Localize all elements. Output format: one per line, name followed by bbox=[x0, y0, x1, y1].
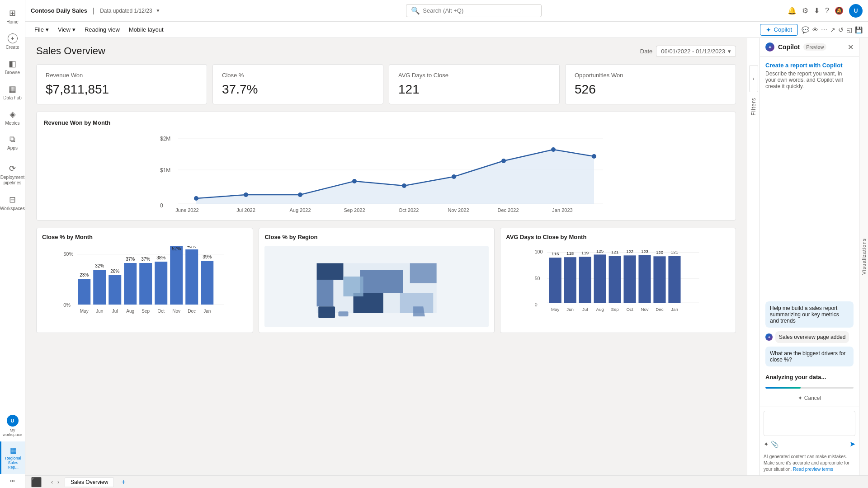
nav-item-deployment[interactable]: ⟳ Deploymentpipelines bbox=[0, 159, 25, 190]
view-menu[interactable]: View ▾ bbox=[54, 24, 79, 35]
svg-text:125: 125 bbox=[596, 249, 604, 253]
kpi-row: Revenue Won $7,811,851 Close % 37.7% AVG… bbox=[36, 64, 736, 104]
reading-view-btn[interactable]: Reading view bbox=[81, 24, 123, 35]
svg-rect-42 bbox=[155, 262, 167, 305]
svg-text:Dec: Dec bbox=[656, 307, 664, 312]
copilot-input-field[interactable] bbox=[764, 411, 855, 436]
svg-text:Jun: Jun bbox=[96, 309, 103, 314]
help-icon[interactable]: ? bbox=[825, 7, 829, 15]
copilot-user-msg-1: Help me build a sales report summarizing… bbox=[765, 301, 854, 328]
nav-item-apps[interactable]: ⧉ Apps bbox=[0, 130, 25, 155]
svg-text:119: 119 bbox=[581, 250, 589, 255]
alerts-icon[interactable]: 🔕 bbox=[835, 6, 844, 15]
next-page-btn[interactable]: › bbox=[56, 478, 61, 486]
copilot-messages: Help me build a sales report summarizing… bbox=[765, 301, 854, 401]
svg-text:May: May bbox=[551, 307, 559, 312]
nav-item-create[interactable]: + Create bbox=[0, 29, 25, 54]
copilot-read-terms-link[interactable]: Read preview terms bbox=[793, 467, 833, 472]
data-updated: Data updated 1/12/23 bbox=[100, 8, 152, 14]
filters-collapse-btn[interactable]: ‹ bbox=[749, 65, 758, 92]
app-title: Contoso Daily Sales bbox=[31, 7, 87, 14]
svg-text:122: 122 bbox=[626, 249, 633, 254]
prev-page-btn[interactable]: ‹ bbox=[49, 478, 55, 486]
nav-item-workspaces[interactable]: ⊟ Workspaces bbox=[0, 190, 25, 216]
copilot-send-btn[interactable]: ➤ bbox=[849, 440, 855, 448]
nav-item-more[interactable]: ••• bbox=[0, 474, 25, 488]
status-tab-sales[interactable]: Sales Overview bbox=[65, 477, 114, 487]
copilot-bot-text-1: Sales overview page added bbox=[775, 331, 849, 343]
avg-days-chart-area: 100 50 0 116 May bbox=[506, 246, 730, 318]
content-row: Sales Overview Date 06/01/2022 - 01/12/2… bbox=[25, 38, 868, 475]
add-tab-btn[interactable]: + bbox=[118, 477, 129, 488]
share-icon[interactable]: ↗ bbox=[830, 26, 835, 33]
revenue-chart-card: Revenue Won by Month $2M $1M 0 bbox=[36, 112, 736, 221]
copilot-attach-icon[interactable]: 📎 bbox=[771, 441, 778, 448]
file-menu[interactable]: File ▾ bbox=[31, 24, 52, 35]
date-value[interactable]: 06/01/2022 - 01/12/2023 ▾ bbox=[656, 46, 736, 57]
copilot-create-label[interactable]: Create a report with Copilot bbox=[765, 62, 854, 69]
subscribe-icon[interactable]: 👁 bbox=[812, 26, 818, 33]
viz-bar[interactable]: Visualizations bbox=[859, 38, 868, 475]
search-bar[interactable]: 🔍 bbox=[406, 4, 542, 17]
copilot-button[interactable]: ✦ Copilot bbox=[760, 24, 798, 36]
copilot-input-row: ✦ 📎 ➤ bbox=[764, 440, 855, 448]
nav-item-browse[interactable]: ◧ Browse bbox=[0, 54, 25, 80]
chevron-down-icon: ▾ bbox=[46, 26, 49, 33]
nav-item-metrics[interactable]: ◈ Metrics bbox=[0, 105, 25, 130]
chevron-down-icon[interactable]: ▼ bbox=[156, 8, 160, 13]
kpi-card-close-pct: Close % 37.7% bbox=[212, 64, 383, 104]
browse-icon: ◧ bbox=[9, 59, 16, 69]
powerbi-logo: ⬛ bbox=[31, 477, 42, 488]
svg-text:Nov: Nov bbox=[641, 307, 649, 312]
more-options-icon[interactable]: ⋯ bbox=[821, 26, 827, 33]
line-chart-container: $2M $1M 0 bbox=[44, 131, 728, 213]
nav-bottom: U My workspace ▦ RegionalSales Rep... ••… bbox=[0, 410, 25, 488]
us-map bbox=[264, 246, 489, 327]
svg-text:116: 116 bbox=[552, 251, 559, 256]
svg-text:Jan: Jan bbox=[671, 307, 678, 312]
svg-text:Jul 2022: Jul 2022 bbox=[236, 207, 255, 213]
comment-icon[interactable]: 💬 bbox=[802, 26, 809, 33]
copilot-analyzing-label: Analyzing your data... bbox=[765, 374, 854, 380]
visualizations-label: Visualizations bbox=[861, 238, 867, 275]
title-separator: | bbox=[93, 7, 94, 15]
search-input[interactable] bbox=[423, 7, 522, 14]
nav-item-home[interactable]: ⊞ Home bbox=[0, 4, 25, 29]
svg-text:49%: 49% bbox=[187, 246, 196, 249]
revenue-chart-title: Revenue Won by Month bbox=[44, 119, 728, 126]
notification-icon[interactable]: 🔔 bbox=[788, 6, 797, 15]
regional-icon: ▦ bbox=[10, 446, 17, 455]
refresh-icon[interactable]: ↺ bbox=[838, 26, 844, 33]
svg-text:50%: 50% bbox=[63, 251, 73, 257]
svg-text:Jan 2023: Jan 2023 bbox=[552, 207, 572, 213]
copilot-cancel-icon: ✦ bbox=[798, 395, 802, 401]
status-nav: ‹ › bbox=[49, 478, 61, 486]
copilot-logo: ✦ bbox=[765, 42, 774, 52]
copilot-spark-icon[interactable]: ✦ bbox=[764, 441, 769, 448]
svg-text:0: 0 bbox=[535, 302, 538, 307]
nav-item-regional[interactable]: ▦ RegionalSales Rep... bbox=[0, 441, 25, 474]
svg-text:Sep: Sep bbox=[142, 309, 150, 314]
home-icon: ⊞ bbox=[9, 8, 16, 18]
copilot-close-btn[interactable]: ✕ bbox=[848, 43, 854, 52]
copilot-cancel-btn[interactable]: ✦ Cancel bbox=[765, 395, 854, 401]
download-icon[interactable]: ⬇ bbox=[814, 6, 820, 15]
settings-icon[interactable]: ⚙ bbox=[802, 6, 808, 15]
close-pct-month-title: Close % by Month bbox=[42, 234, 247, 240]
mobile-layout-btn[interactable]: Mobile layout bbox=[125, 24, 167, 35]
svg-rect-71 bbox=[594, 254, 606, 303]
kpi-label-revenue: Revenue Won bbox=[46, 72, 198, 79]
format-icon[interactable]: ◱ bbox=[846, 26, 852, 33]
metrics-icon: ◈ bbox=[9, 109, 16, 119]
nav-item-datahub[interactable]: ▦ Data hub bbox=[0, 80, 25, 105]
kpi-card-revenue: Revenue Won $7,811,851 bbox=[36, 64, 207, 104]
user-avatar-top[interactable]: U bbox=[849, 4, 863, 18]
save-icon[interactable]: 💾 bbox=[855, 26, 863, 33]
svg-rect-39 bbox=[139, 263, 152, 305]
nav-item-myworkspace[interactable]: U My workspace bbox=[0, 410, 25, 441]
workspaces-icon: ⊟ bbox=[9, 195, 16, 205]
kpi-card-opportunities: Opportunities Won 526 bbox=[565, 64, 736, 104]
svg-text:Sep: Sep bbox=[611, 307, 619, 312]
filters-label-container: Filters bbox=[750, 98, 757, 117]
left-nav: ⊞ Home + Create ◧ Browse ▦ Data hub ◈ Me… bbox=[0, 0, 25, 488]
